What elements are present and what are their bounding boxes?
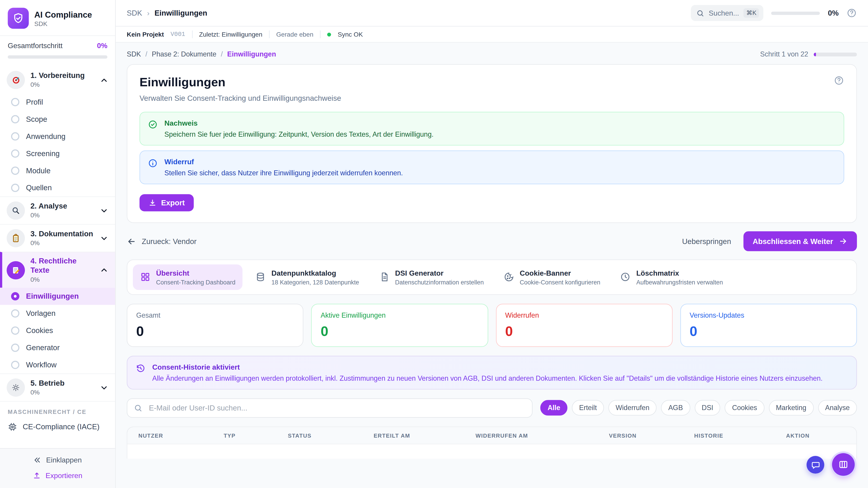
export-button[interactable]: Export [140, 194, 193, 212]
chip-marketing[interactable]: Marketing [769, 400, 813, 416]
chevron-down-icon [100, 206, 108, 215]
sidebar-item-module[interactable]: Module [0, 162, 115, 180]
help-icon[interactable] [834, 75, 844, 86]
tab-dsi-generator[interactable]: DSI Generator Datenschutzinformation ers… [372, 265, 491, 290]
app-title: AI Compliance [34, 10, 92, 20]
back-link[interactable]: Zurueck: Vendor [127, 236, 197, 246]
callout-nachweis: Nachweis Speichern Sie fuer jede Einwill… [140, 112, 844, 145]
sidebar-item-quellen[interactable]: Quellen [0, 179, 115, 196]
chat-fab-button[interactable] [807, 456, 824, 474]
search-icon [696, 9, 704, 17]
stats-row: Gesamt 0 Aktive Einwilligungen 0 Widerru… [127, 303, 857, 347]
chevrons-left-icon [33, 456, 42, 464]
chip-dsi[interactable]: DSI [694, 400, 721, 416]
breadcrumb-phase[interactable]: Phase 2: Dokumente [152, 51, 216, 58]
step-indicator: Schritt 1 von 22 [760, 51, 857, 58]
sidebar-item-cookies[interactable]: Cookies [0, 322, 115, 339]
export-sidebar-button[interactable]: Exportieren [33, 471, 82, 480]
main-area: SDK › Einwilligungen Suchen... ⌘K 0% Kei… [116, 0, 868, 488]
tab-cookie-banner[interactable]: Cookie-Banner Cookie-Consent konfigurier… [496, 265, 608, 290]
sidebar-nav: 1. Vorbereitung 0% Profil Scope Anwendun… [0, 66, 115, 448]
sidebar-item-anwendung[interactable]: Anwendung [0, 128, 115, 145]
radio-checked-icon [11, 292, 20, 300]
page-content: SDK / Phase 2: Dokumente / Einwilligunge… [116, 43, 868, 488]
collapse-sidebar-button[interactable]: Einklappen [33, 456, 82, 464]
global-search-button[interactable]: Suchen... ⌘K [691, 5, 764, 21]
upload-icon [33, 471, 41, 480]
section-percent: 0% [31, 275, 94, 283]
app-subtitle: SDK [34, 20, 92, 27]
sidebar-item-einwilligungen[interactable]: Einwilligungen [0, 288, 115, 305]
chip-cookies[interactable]: Cookies [725, 400, 764, 416]
wizard-nav: Zurueck: Vendor Ueberspringen Abschliess… [127, 231, 857, 251]
app-window: AI Compliance SDK Gesamtfortschritt 0% 1… [0, 0, 868, 488]
sidebar-item-generator[interactable]: Generator [0, 339, 115, 357]
tab-loeschmatrix[interactable]: Löschmatrix Aufbewahrungsfristen verwalt… [613, 265, 730, 290]
breadcrumb-sdk[interactable]: SDK [127, 51, 141, 58]
breadcrumb-separator: › [147, 9, 150, 17]
help-icon[interactable] [846, 8, 857, 18]
radio-icon [11, 149, 20, 158]
sidebar-caption: MASCHINENRECHT / CE [0, 401, 115, 418]
col-widerrufen-am: WIDERRUFEN AM [475, 432, 609, 438]
divider [192, 31, 192, 38]
collapse-label: Einklappen [46, 456, 82, 464]
section-label: 5. Betrieb [31, 379, 65, 388]
sidebar-item-screening[interactable]: Screening [0, 145, 115, 162]
sidebar-section-analyse[interactable]: 2. Analyse 0% [0, 196, 115, 224]
chip-erteilt[interactable]: Erteilt [572, 400, 604, 416]
chip-analyse[interactable]: Analyse [818, 400, 857, 416]
page-breadcrumb: SDK / Phase 2: Dokumente / Einwilligunge… [127, 48, 857, 58]
columns-icon [838, 459, 849, 470]
stat-widerrufen: Widerrufen 0 [496, 303, 673, 347]
radio-icon [11, 132, 20, 140]
step-progress-fill [814, 52, 816, 56]
chip-agb[interactable]: AGB [661, 400, 690, 416]
radio-icon [11, 115, 20, 123]
topbar: SDK › Einwilligungen Suchen... ⌘K 0% [116, 0, 868, 27]
columns-fab-button[interactable] [832, 453, 855, 476]
col-version: VERSION [609, 432, 694, 438]
section-label: 4. Rechtliche Texte [31, 257, 94, 275]
section-percent: 0% [31, 211, 67, 219]
sidebar-item-ce-compliance[interactable]: CE-Compliance (IACE) [0, 418, 115, 437]
memo-icon [6, 261, 25, 279]
magnifier-icon [6, 201, 25, 220]
sidebar-section-dokumentation[interactable]: 3. Dokumentation 0% [0, 224, 115, 252]
breadcrumb-current: Einwilligungen [155, 9, 207, 17]
tabs-bar: Übersicht Consent-Tracking Dashboard Dat… [127, 260, 857, 295]
chip-widerrufen[interactable]: Widerrufen [609, 400, 657, 416]
sidebar-item-scope[interactable]: Scope [0, 111, 115, 128]
tab-datenpunktkatalog[interactable]: Datenpunktkatalog 18 Kategorien, 128 Dat… [248, 265, 366, 290]
chevron-down-icon [100, 383, 108, 392]
history-notice: Consent-Historie aktiviert Alle Änderung… [127, 356, 857, 389]
document-icon [379, 272, 390, 283]
clipboard-icon [6, 229, 25, 248]
section-percent: 0% [31, 80, 85, 89]
stat-aktive: Aktive Einwilligungen 0 [311, 303, 488, 347]
sidebar-item-label: CE-Compliance (IACE) [23, 423, 99, 431]
sidebar-item-workflow[interactable]: Workflow [0, 356, 115, 373]
user-search-input[interactable] [148, 403, 526, 413]
last-visited: Zuletzt: Einwilligungen [199, 31, 262, 37]
radio-icon [11, 361, 20, 369]
info-circle-icon [148, 158, 158, 177]
callout-text: Stellen Sie sicher, dass Nutzer ihre Ein… [164, 169, 403, 177]
sidebar-item-profil[interactable]: Profil [0, 94, 115, 111]
divider [269, 31, 270, 38]
shield-check-icon [12, 12, 24, 24]
radio-icon [11, 309, 20, 318]
breadcrumb-current: Einwilligungen [227, 51, 276, 58]
finish-next-button[interactable]: Abschliessen & Weiter [743, 231, 857, 251]
sidebar-item-vorlagen[interactable]: Vorlagen [0, 305, 115, 322]
chip-alle[interactable]: Alle [540, 400, 567, 416]
tab-uebersicht[interactable]: Übersicht Consent-Tracking Dashboard [133, 265, 243, 290]
notice-text: Alle Änderungen an Einwilligungen werden… [152, 375, 823, 382]
sidebar-section-rechtliche-texte[interactable]: 4. Rechtliche Texte 0% [0, 252, 115, 288]
skip-button[interactable]: Ueberspringen [682, 237, 731, 246]
gear-icon [6, 379, 25, 397]
breadcrumb-root[interactable]: SDK [127, 9, 142, 17]
sidebar-section-vorbereitung[interactable]: 1. Vorbereitung 0% [0, 66, 115, 94]
topbar-progress-bar [772, 11, 820, 15]
sidebar-section-betrieb[interactable]: 5. Betrieb 0% [0, 373, 115, 401]
